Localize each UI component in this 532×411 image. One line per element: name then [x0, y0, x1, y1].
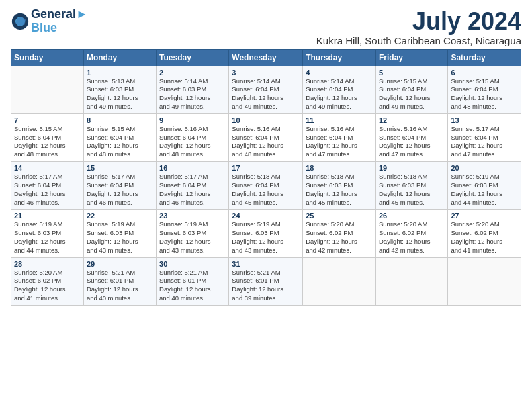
day-info: Sunrise: 5:16 AMSunset: 6:04 PMDaylight:…: [159, 125, 226, 159]
calendar-cell: 13 Sunrise: 5:17 AMSunset: 6:04 PMDaylig…: [448, 113, 521, 161]
day-number: 18: [306, 164, 373, 172]
col-sunday: Sunday: [11, 49, 84, 66]
calendar-cell: 29 Sunrise: 5:21 AMSunset: 6:01 PMDaylig…: [83, 257, 156, 305]
week-row-2: 14 Sunrise: 5:17 AMSunset: 6:04 PMDaylig…: [11, 162, 521, 210]
day-number: 27: [451, 212, 518, 220]
day-number: 12: [379, 116, 445, 124]
col-friday: Friday: [375, 49, 447, 66]
day-number: 13: [451, 116, 518, 124]
calendar-cell: 24 Sunrise: 5:19 AMSunset: 6:03 PMDaylig…: [229, 210, 303, 257]
calendar-cell: 18 Sunrise: 5:18 AMSunset: 6:03 PMDaylig…: [303, 162, 376, 210]
calendar-cell: 14 Sunrise: 5:17 AMSunset: 6:04 PMDaylig…: [11, 162, 84, 210]
day-number: 6: [451, 68, 518, 77]
calendar-cell: 4 Sunrise: 5:14 AMSunset: 6:04 PMDayligh…: [303, 66, 376, 113]
day-number: 22: [87, 212, 153, 220]
day-number: 7: [14, 116, 81, 124]
day-info: Sunrise: 5:16 AMSunset: 6:04 PMDaylight:…: [306, 125, 373, 159]
day-number: 25: [306, 212, 373, 220]
calendar-cell: [303, 257, 376, 305]
col-wednesday: Wednesday: [229, 49, 303, 66]
calendar-table: Sunday Monday Tuesday Wednesday Thursday…: [11, 49, 521, 306]
week-row-0: 1 Sunrise: 5:13 AMSunset: 6:03 PMDayligh…: [11, 66, 521, 113]
calendar-cell: 28 Sunrise: 5:20 AMSunset: 6:02 PMDaylig…: [11, 257, 84, 305]
week-row-3: 21 Sunrise: 5:19 AMSunset: 6:03 PMDaylig…: [11, 210, 521, 257]
week-row-4: 28 Sunrise: 5:20 AMSunset: 6:02 PMDaylig…: [11, 257, 521, 305]
day-number: 31: [232, 260, 300, 268]
day-info: Sunrise: 5:19 AMSunset: 6:03 PMDaylight:…: [14, 220, 81, 255]
day-number: 24: [232, 212, 300, 220]
day-number: 1: [87, 68, 153, 77]
day-info: Sunrise: 5:21 AMSunset: 6:01 PMDaylight:…: [232, 269, 300, 303]
calendar-cell: 22 Sunrise: 5:19 AMSunset: 6:03 PMDaylig…: [83, 210, 156, 257]
day-info: Sunrise: 5:16 AMSunset: 6:04 PMDaylight:…: [379, 125, 445, 159]
calendar-cell: 1 Sunrise: 5:13 AMSunset: 6:03 PMDayligh…: [83, 66, 156, 113]
day-info: Sunrise: 5:19 AMSunset: 6:03 PMDaylight:…: [451, 173, 518, 207]
calendar-cell: [448, 257, 521, 305]
day-info: Sunrise: 5:18 AMSunset: 6:03 PMDaylight:…: [379, 173, 445, 207]
col-monday: Monday: [83, 49, 156, 66]
day-info: Sunrise: 5:19 AMSunset: 6:03 PMDaylight:…: [87, 220, 153, 255]
day-info: Sunrise: 5:19 AMSunset: 6:03 PMDaylight:…: [159, 220, 226, 255]
day-number: 16: [159, 164, 226, 172]
day-info: Sunrise: 5:15 AMSunset: 6:04 PMDaylight:…: [87, 125, 153, 159]
day-info: Sunrise: 5:20 AMSunset: 6:02 PMDaylight:…: [379, 220, 445, 255]
day-number: 2: [159, 68, 226, 77]
calendar-cell: 5 Sunrise: 5:15 AMSunset: 6:04 PMDayligh…: [375, 66, 447, 113]
calendar-cell: 9 Sunrise: 5:16 AMSunset: 6:04 PMDayligh…: [157, 113, 229, 161]
title-section: July 2024 Kukra Hill, South Caribbean Co…: [316, 8, 521, 46]
day-number: 5: [379, 68, 445, 77]
day-info: Sunrise: 5:15 AMSunset: 6:04 PMDaylight:…: [379, 77, 445, 111]
day-info: Sunrise: 5:16 AMSunset: 6:04 PMDaylight:…: [232, 125, 300, 159]
calendar-cell: 20 Sunrise: 5:19 AMSunset: 6:03 PMDaylig…: [448, 162, 521, 210]
day-info: Sunrise: 5:17 AMSunset: 6:04 PMDaylight:…: [87, 173, 153, 207]
calendar-cell: 10 Sunrise: 5:16 AMSunset: 6:04 PMDaylig…: [229, 113, 303, 161]
calendar-cell: 25 Sunrise: 5:20 AMSunset: 6:02 PMDaylig…: [303, 210, 376, 257]
day-info: Sunrise: 5:13 AMSunset: 6:03 PMDaylight:…: [87, 77, 153, 111]
day-number: 10: [232, 116, 300, 124]
day-info: Sunrise: 5:21 AMSunset: 6:01 PMDaylight:…: [87, 269, 153, 303]
day-info: Sunrise: 5:14 AMSunset: 6:04 PMDaylight:…: [306, 77, 373, 111]
day-number: 9: [159, 116, 226, 124]
day-number: 29: [87, 260, 153, 268]
day-info: Sunrise: 5:21 AMSunset: 6:01 PMDaylight:…: [159, 269, 226, 303]
day-number: 19: [379, 164, 445, 172]
logo-text: General► Blue: [31, 8, 88, 35]
calendar-cell: 21 Sunrise: 5:19 AMSunset: 6:03 PMDaylig…: [11, 210, 84, 257]
calendar-cell: [11, 66, 84, 113]
day-number: 20: [451, 164, 518, 172]
calendar-cell: 17 Sunrise: 5:18 AMSunset: 6:04 PMDaylig…: [229, 162, 303, 210]
day-number: 17: [232, 164, 300, 172]
calendar-cell: 3 Sunrise: 5:14 AMSunset: 6:04 PMDayligh…: [229, 66, 303, 113]
calendar-cell: 30 Sunrise: 5:21 AMSunset: 6:01 PMDaylig…: [157, 257, 229, 305]
calendar-cell: 27 Sunrise: 5:20 AMSunset: 6:02 PMDaylig…: [448, 210, 521, 257]
week-row-1: 7 Sunrise: 5:15 AMSunset: 6:04 PMDayligh…: [11, 113, 521, 161]
day-info: Sunrise: 5:17 AMSunset: 6:04 PMDaylight:…: [451, 125, 518, 159]
day-number: 15: [87, 164, 153, 172]
day-info: Sunrise: 5:14 AMSunset: 6:03 PMDaylight:…: [159, 77, 226, 111]
day-number: 11: [306, 116, 373, 124]
calendar-cell: 23 Sunrise: 5:19 AMSunset: 6:03 PMDaylig…: [157, 210, 229, 257]
day-info: Sunrise: 5:20 AMSunset: 6:02 PMDaylight:…: [306, 220, 373, 255]
calendar-cell: 7 Sunrise: 5:15 AMSunset: 6:04 PMDayligh…: [11, 113, 84, 161]
calendar-cell: 2 Sunrise: 5:14 AMSunset: 6:03 PMDayligh…: [157, 66, 229, 113]
logo-icon: [11, 12, 30, 31]
calendar-cell: 31 Sunrise: 5:21 AMSunset: 6:01 PMDaylig…: [229, 257, 303, 305]
day-info: Sunrise: 5:15 AMSunset: 6:04 PMDaylight:…: [14, 125, 81, 159]
header-row: Sunday Monday Tuesday Wednesday Thursday…: [11, 49, 521, 66]
day-info: Sunrise: 5:18 AMSunset: 6:03 PMDaylight:…: [306, 173, 373, 207]
day-info: Sunrise: 5:15 AMSunset: 6:04 PMDaylight:…: [451, 77, 518, 111]
col-tuesday: Tuesday: [157, 49, 229, 66]
day-info: Sunrise: 5:20 AMSunset: 6:02 PMDaylight:…: [451, 220, 518, 255]
location-title: Kukra Hill, South Caribbean Coast, Nicar…: [316, 35, 521, 46]
calendar-cell: [375, 257, 447, 305]
day-info: Sunrise: 5:17 AMSunset: 6:04 PMDaylight:…: [14, 173, 81, 207]
calendar-cell: 12 Sunrise: 5:16 AMSunset: 6:04 PMDaylig…: [375, 113, 447, 161]
calendar-cell: 6 Sunrise: 5:15 AMSunset: 6:04 PMDayligh…: [448, 66, 521, 113]
day-info: Sunrise: 5:19 AMSunset: 6:03 PMDaylight:…: [232, 220, 300, 255]
calendar-cell: 8 Sunrise: 5:15 AMSunset: 6:04 PMDayligh…: [83, 113, 156, 161]
day-number: 8: [87, 116, 153, 124]
day-number: 21: [14, 212, 81, 220]
day-number: 14: [14, 164, 81, 172]
day-number: 3: [232, 68, 300, 77]
calendar-cell: 19 Sunrise: 5:18 AMSunset: 6:03 PMDaylig…: [375, 162, 447, 210]
